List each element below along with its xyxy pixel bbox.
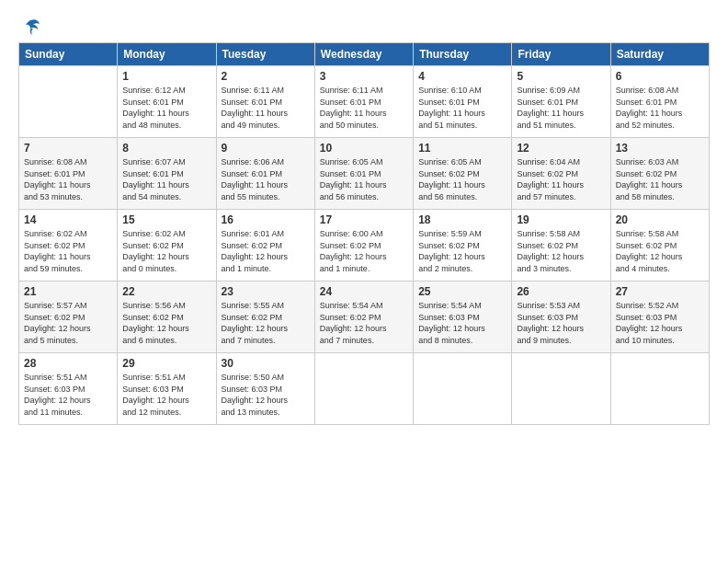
col-sunday: Sunday: [19, 43, 118, 66]
day-number: 3: [320, 70, 408, 83]
day-number: 30: [222, 357, 310, 370]
table-row: 6Sunrise: 6:08 AMSunset: 6:01 PMDaylight…: [610, 66, 709, 138]
day-info: Sunrise: 6:05 AMSunset: 6:02 PMDaylight:…: [418, 156, 506, 202]
table-row: 2Sunrise: 6:11 AMSunset: 6:01 PMDaylight…: [216, 66, 314, 138]
table-row: 25Sunrise: 5:54 AMSunset: 6:03 PMDayligh…: [414, 282, 512, 353]
day-info: Sunrise: 5:51 AMSunset: 6:03 PMDaylight:…: [24, 372, 112, 418]
day-info: Sunrise: 6:08 AMSunset: 6:01 PMDaylight:…: [24, 156, 112, 202]
table-row: 11Sunrise: 6:05 AMSunset: 6:02 PMDayligh…: [414, 138, 512, 210]
day-number: 2: [222, 70, 310, 83]
day-info: Sunrise: 5:58 AMSunset: 6:02 PMDaylight:…: [517, 228, 605, 274]
day-number: 27: [616, 285, 704, 298]
table-row: 27Sunrise: 5:52 AMSunset: 6:03 PMDayligh…: [610, 282, 709, 353]
day-number: 8: [122, 142, 210, 155]
day-info: Sunrise: 6:07 AMSunset: 6:01 PMDaylight:…: [122, 156, 210, 202]
day-info: Sunrise: 5:57 AMSunset: 6:02 PMDaylight:…: [24, 300, 112, 346]
day-number: 1: [122, 70, 210, 83]
day-info: Sunrise: 5:51 AMSunset: 6:03 PMDaylight:…: [122, 372, 210, 418]
table-row: [414, 353, 512, 425]
day-info: Sunrise: 5:56 AMSunset: 6:02 PMDaylight:…: [122, 300, 210, 346]
logo-bird-icon: [21, 17, 41, 37]
table-row: 16Sunrise: 6:01 AMSunset: 6:02 PMDayligh…: [216, 210, 314, 282]
table-row: [314, 353, 413, 425]
day-number: 11: [418, 142, 506, 155]
day-number: 18: [418, 213, 506, 226]
day-info: Sunrise: 5:54 AMSunset: 6:02 PMDaylight:…: [320, 300, 408, 346]
day-number: 13: [616, 142, 704, 155]
logo: [18, 17, 41, 33]
day-info: Sunrise: 5:58 AMSunset: 6:02 PMDaylight:…: [616, 228, 704, 274]
day-info: Sunrise: 6:04 AMSunset: 6:02 PMDaylight:…: [517, 156, 605, 202]
table-row: 28Sunrise: 5:51 AMSunset: 6:03 PMDayligh…: [19, 353, 118, 425]
page-header: [18, 17, 710, 33]
day-number: 26: [517, 285, 605, 298]
table-row: 9Sunrise: 6:06 AMSunset: 6:01 PMDaylight…: [216, 138, 314, 210]
table-row: 24Sunrise: 5:54 AMSunset: 6:02 PMDayligh…: [314, 282, 413, 353]
day-info: Sunrise: 5:52 AMSunset: 6:03 PMDaylight:…: [616, 300, 704, 346]
col-friday: Friday: [512, 43, 610, 66]
table-row: 1Sunrise: 6:12 AMSunset: 6:01 PMDaylight…: [118, 66, 216, 138]
table-row: 14Sunrise: 6:02 AMSunset: 6:02 PMDayligh…: [19, 210, 118, 282]
day-number: 9: [222, 142, 310, 155]
table-row: 23Sunrise: 5:55 AMSunset: 6:02 PMDayligh…: [216, 282, 314, 353]
table-row: 5Sunrise: 6:09 AMSunset: 6:01 PMDaylight…: [512, 66, 610, 138]
table-row: 12Sunrise: 6:04 AMSunset: 6:02 PMDayligh…: [512, 138, 610, 210]
day-info: Sunrise: 5:50 AMSunset: 6:03 PMDaylight:…: [222, 372, 310, 418]
day-number: 21: [24, 285, 112, 298]
table-row: 26Sunrise: 5:53 AMSunset: 6:03 PMDayligh…: [512, 282, 610, 353]
day-number: 4: [418, 70, 506, 83]
day-info: Sunrise: 6:00 AMSunset: 6:02 PMDaylight:…: [320, 228, 408, 274]
day-info: Sunrise: 6:08 AMSunset: 6:01 PMDaylight:…: [616, 85, 704, 131]
day-number: 15: [122, 213, 210, 226]
day-number: 10: [320, 142, 408, 155]
day-info: Sunrise: 5:59 AMSunset: 6:02 PMDaylight:…: [418, 228, 506, 274]
day-number: 24: [320, 285, 408, 298]
day-number: 22: [122, 285, 210, 298]
day-number: 7: [24, 142, 112, 155]
table-row: 30Sunrise: 5:50 AMSunset: 6:03 PMDayligh…: [216, 353, 314, 425]
col-saturday: Saturday: [610, 43, 709, 66]
day-number: 16: [222, 213, 310, 226]
day-info: Sunrise: 6:02 AMSunset: 6:02 PMDaylight:…: [24, 228, 112, 274]
day-info: Sunrise: 6:10 AMSunset: 6:01 PMDaylight:…: [418, 85, 506, 131]
day-number: 20: [616, 213, 704, 226]
col-wednesday: Wednesday: [314, 43, 413, 66]
day-info: Sunrise: 5:54 AMSunset: 6:03 PMDaylight:…: [418, 300, 506, 346]
col-tuesday: Tuesday: [216, 43, 314, 66]
table-row: 15Sunrise: 6:02 AMSunset: 6:02 PMDayligh…: [118, 210, 216, 282]
table-row: 21Sunrise: 5:57 AMSunset: 6:02 PMDayligh…: [19, 282, 118, 353]
day-info: Sunrise: 6:05 AMSunset: 6:01 PMDaylight:…: [320, 156, 408, 202]
table-row: 22Sunrise: 5:56 AMSunset: 6:02 PMDayligh…: [118, 282, 216, 353]
day-info: Sunrise: 6:12 AMSunset: 6:01 PMDaylight:…: [122, 85, 210, 131]
table-row: 18Sunrise: 5:59 AMSunset: 6:02 PMDayligh…: [414, 210, 512, 282]
day-info: Sunrise: 6:09 AMSunset: 6:01 PMDaylight:…: [517, 85, 605, 131]
day-info: Sunrise: 5:53 AMSunset: 6:03 PMDaylight:…: [517, 300, 605, 346]
table-row: 8Sunrise: 6:07 AMSunset: 6:01 PMDaylight…: [118, 138, 216, 210]
col-monday: Monday: [118, 43, 216, 66]
day-info: Sunrise: 6:03 AMSunset: 6:02 PMDaylight:…: [616, 156, 704, 202]
table-row: 20Sunrise: 5:58 AMSunset: 6:02 PMDayligh…: [610, 210, 709, 282]
day-info: Sunrise: 6:02 AMSunset: 6:02 PMDaylight:…: [122, 228, 210, 274]
day-number: 5: [517, 70, 605, 83]
day-number: 12: [517, 142, 605, 155]
day-number: 25: [418, 285, 506, 298]
table-row: 17Sunrise: 6:00 AMSunset: 6:02 PMDayligh…: [314, 210, 413, 282]
day-number: 19: [517, 213, 605, 226]
calendar-table: Sunday Monday Tuesday Wednesday Thursday…: [18, 42, 710, 425]
day-number: 14: [24, 213, 112, 226]
table-row: 7Sunrise: 6:08 AMSunset: 6:01 PMDaylight…: [19, 138, 118, 210]
day-number: 6: [616, 70, 704, 83]
day-number: 23: [222, 285, 310, 298]
table-row: [610, 353, 709, 425]
table-row: 4Sunrise: 6:10 AMSunset: 6:01 PMDaylight…: [414, 66, 512, 138]
table-row: 13Sunrise: 6:03 AMSunset: 6:02 PMDayligh…: [610, 138, 709, 210]
day-number: 28: [24, 357, 112, 370]
table-row: [512, 353, 610, 425]
col-thursday: Thursday: [414, 43, 512, 66]
table-row: 10Sunrise: 6:05 AMSunset: 6:01 PMDayligh…: [314, 138, 413, 210]
table-row: 29Sunrise: 5:51 AMSunset: 6:03 PMDayligh…: [118, 353, 216, 425]
table-row: 19Sunrise: 5:58 AMSunset: 6:02 PMDayligh…: [512, 210, 610, 282]
day-number: 17: [320, 213, 408, 226]
table-row: [19, 66, 118, 138]
table-row: 3Sunrise: 6:11 AMSunset: 6:01 PMDaylight…: [314, 66, 413, 138]
